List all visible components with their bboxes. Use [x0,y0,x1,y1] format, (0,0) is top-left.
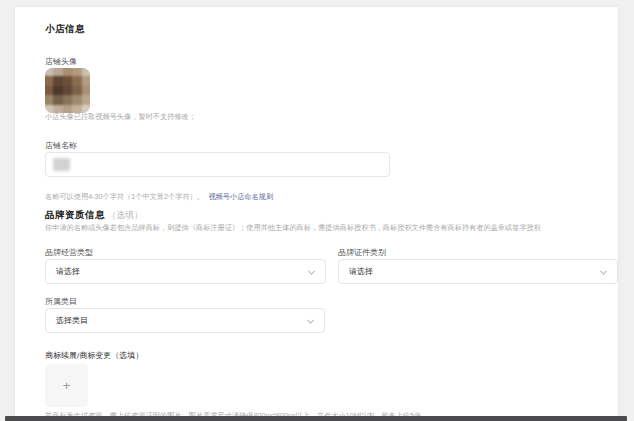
brand-business-type-label: 品牌经营类型 [45,247,93,258]
brand-certificate-type-label: 品牌证件类别 [338,247,386,258]
page-title: 小店信息 [45,23,85,36]
brand-business-type-select[interactable]: 请选择 [45,259,326,284]
category-select[interactable]: 选择类目 [45,308,325,333]
window-bottom-edge [5,416,627,421]
chevron-down-icon [308,267,315,274]
brand-section-title-row: 品牌资质信息（选填） [45,204,143,222]
shop-name-input[interactable] [45,152,390,177]
category-label: 所属类目 [45,296,77,307]
brand-section-title: 品牌资质信息 [45,209,105,220]
brand-business-type-value: 请选择 [56,266,80,277]
name-helper-text: 名称可以使用4-30个字符（1个中文算2个字符）。 [45,192,204,201]
trademark-label: 商标续展/商标变更（选填） [45,350,143,361]
censored-name-blob [53,158,70,171]
category-value: 选择类目 [56,315,88,326]
naming-rules-link[interactable]: 视频号小店命名规则 [208,192,273,201]
brand-certificate-type-select[interactable]: 请选择 [338,259,618,284]
chevron-down-icon [600,267,607,274]
form-card: 小店信息 店铺头像 小店头像已拉取视频号头像，暂时不支持修改； 店铺名称 名称可… [15,7,618,421]
chevron-down-icon [307,316,314,323]
avatar-helper-text: 小店头像已拉取视频号头像，暂时不支持修改； [45,112,196,122]
brand-certificate-type-value: 请选择 [349,266,373,277]
shop-name-label: 店铺名称 [45,140,77,151]
shop-avatar-label: 店铺头像 [45,56,77,67]
name-helper-row: 名称可以使用4-30个字符（1个中文算2个字符）。 视频号小店命名规则 [45,185,273,203]
trademark-upload-button[interactable]: + [45,364,88,407]
shop-settings-page: 小店信息 店铺头像 小店头像已拉取视频号头像，暂时不支持修改； 店铺名称 名称可… [0,0,634,421]
brand-section-title-suffix: （选填） [107,210,143,220]
brand-description: 你申请的名称或头像若包含品牌商标，则提供《商标注册证》；使用其他主体的商标，需提… [45,223,541,233]
censored-avatar-pixels [45,68,90,113]
shop-avatar-image [45,68,90,113]
plus-icon: + [63,379,71,392]
